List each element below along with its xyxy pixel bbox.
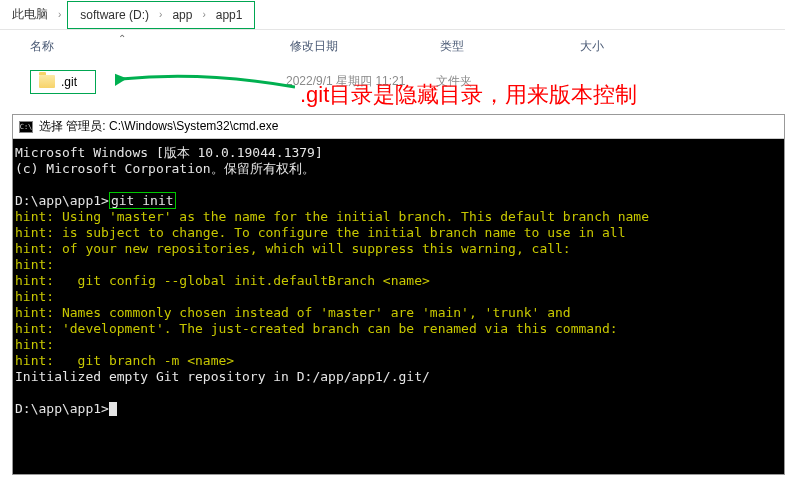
crumb-root[interactable]: 此电脑 (8, 4, 52, 25)
term-hint: hint: is subject to change. To configure… (15, 225, 625, 240)
term-line: (c) Microsoft Corporation。保留所有权利。 (15, 161, 315, 176)
terminal-title-text: 选择 管理员: C:\Windows\System32\cmd.exe (39, 118, 278, 135)
term-hint: hint: (15, 337, 54, 352)
file-item-git[interactable]: .git (30, 70, 96, 94)
folder-icon (39, 75, 55, 88)
term-output: Initialized empty Git repository in D:/a… (15, 369, 430, 384)
terminal-window: C:\ 选择 管理员: C:\Windows\System32\cmd.exe … (12, 114, 785, 475)
term-hint: hint: Using 'master' as the name for the… (15, 209, 649, 224)
term-line: Microsoft Windows [版本 10.0.19044.1379] (15, 145, 323, 160)
crumb-path-highlight: software (D:) › app › app1 (67, 1, 255, 29)
col-date-label[interactable]: 修改日期 (290, 38, 440, 55)
term-hint: hint: git config --global init.defaultBr… (15, 273, 430, 288)
term-command: git init (109, 192, 176, 209)
crumb-drive[interactable]: software (D:) (76, 6, 153, 24)
chevron-right-icon: › (56, 9, 63, 20)
breadcrumb[interactable]: 此电脑 › software (D:) › app › app1 (0, 0, 785, 30)
sort-indicator-icon: ⌃ (118, 33, 126, 44)
cursor-icon (109, 402, 117, 416)
term-hint: hint: 'development'. The just-created br… (15, 321, 618, 336)
annotation-arrow-icon (115, 71, 295, 91)
term-prompt: D:\app\app1> (15, 401, 109, 416)
chevron-right-icon: › (200, 9, 207, 20)
term-hint: hint: of your new repositories, which wi… (15, 241, 571, 256)
cmd-icon: C:\ (19, 121, 33, 133)
col-size-label[interactable]: 大小 (580, 38, 680, 55)
term-hint: hint: git branch -m <name> (15, 353, 234, 368)
term-prompt: D:\app\app1> (15, 193, 109, 208)
column-headers: 名称 ⌃ 修改日期 类型 大小 (0, 30, 785, 59)
terminal-titlebar[interactable]: C:\ 选择 管理员: C:\Windows\System32\cmd.exe (13, 115, 784, 139)
annotation-text: .git目录是隐藏目录，用来版本控制 (300, 80, 637, 110)
col-type-label[interactable]: 类型 (440, 38, 580, 55)
term-hint: hint: Names commonly chosen instead of '… (15, 305, 571, 320)
crumb-app[interactable]: app (168, 6, 196, 24)
chevron-right-icon: › (157, 9, 164, 20)
col-name-label[interactable]: 名称 (30, 38, 54, 55)
term-hint: hint: (15, 289, 54, 304)
file-name: .git (61, 75, 77, 89)
terminal-body[interactable]: Microsoft Windows [版本 10.0.19044.1379] (… (13, 139, 784, 474)
term-hint: hint: (15, 257, 54, 272)
crumb-app1[interactable]: app1 (212, 6, 247, 24)
